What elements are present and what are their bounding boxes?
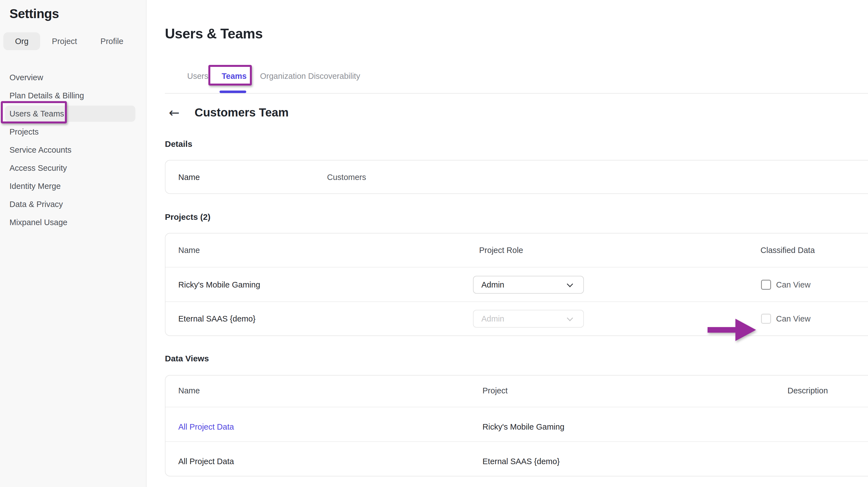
project-role-value: Admin <box>482 314 504 324</box>
data-views-col-name: Name <box>178 386 200 395</box>
details-name-label: Name <box>178 173 200 182</box>
sidebar-item-data-privacy[interactable]: Data & Privacy <box>0 195 147 213</box>
team-title: Customers Team <box>195 106 289 119</box>
tabs-divider <box>165 93 868 94</box>
settings-scope-tabs: Org Project Profile <box>3 32 135 50</box>
annotation-arrow-tail <box>708 327 737 333</box>
data-views-col-project: Project <box>483 386 507 395</box>
project-name: Ricky's Mobile Gaming <box>178 280 260 290</box>
annotation-box-teams-tab <box>208 65 252 86</box>
details-card: Name Customers <box>165 160 868 194</box>
scope-tab-project[interactable]: Project <box>40 32 89 50</box>
can-view-label: Can View <box>776 280 811 290</box>
project-role-select[interactable]: Admin <box>473 276 584 294</box>
sidebar-nav: Overview Plan Details & Billing Users & … <box>0 68 147 232</box>
data-views-table: Name Project Description All Project Dat… <box>165 375 868 477</box>
projects-col-classified-data: Classified Data <box>761 246 815 255</box>
sidebar-item-service-accounts[interactable]: Service Accounts <box>0 141 147 159</box>
chevron-down-icon <box>567 315 573 321</box>
projects-col-project-role: Project Role <box>479 246 523 255</box>
sidebar-item-projects[interactable]: Projects <box>0 123 147 141</box>
scope-tab-org[interactable]: Org <box>3 32 40 50</box>
chevron-down-icon <box>567 281 573 287</box>
can-view-label: Can View <box>776 314 811 324</box>
data-views-col-description: Description <box>787 386 828 395</box>
tab-users[interactable]: Users <box>187 71 208 81</box>
annotation-box-users-teams <box>1 101 67 123</box>
can-view-checkbox[interactable] <box>761 280 771 290</box>
data-views-heading: Data Views <box>165 354 209 363</box>
settings-sidebar: Settings Org Project Profile Overview Pl… <box>0 0 147 487</box>
details-name-value: Customers <box>327 173 366 182</box>
sidebar-item-access-security[interactable]: Access Security <box>0 159 147 177</box>
back-arrow-icon[interactable]: ← <box>169 106 180 119</box>
data-view-project: Ricky's Mobile Gaming <box>483 422 564 431</box>
sidebar-item-identity-merge[interactable]: Identity Merge <box>0 177 147 195</box>
active-tab-indicator <box>219 91 246 93</box>
table-divider <box>165 441 868 442</box>
tab-organization-discoverability[interactable]: Organization Discoverability <box>260 71 360 81</box>
sidebar-title: Settings <box>9 6 59 21</box>
details-heading: Details <box>165 139 192 149</box>
table-divider <box>165 407 868 407</box>
team-header: ← Customers Team <box>169 106 288 119</box>
projects-table: Name Project Role Classified Data Ricky'… <box>165 233 868 336</box>
projects-heading: Projects (2) <box>165 212 210 222</box>
scope-tab-profile[interactable]: Profile <box>89 32 135 50</box>
data-view-name-link[interactable]: All Project Data <box>178 422 234 431</box>
table-divider <box>165 267 868 268</box>
table-divider <box>165 301 868 302</box>
can-view-checkbox-disabled <box>761 314 771 324</box>
project-role-select-disabled: Admin <box>473 310 584 328</box>
sidebar-item-overview[interactable]: Overview <box>0 68 147 87</box>
sidebar-item-mixpanel-usage[interactable]: Mixpanel Usage <box>0 213 147 232</box>
projects-col-name: Name <box>178 246 200 255</box>
data-view-project: Eternal SAAS {demo} <box>483 457 560 466</box>
annotation-arrow-head <box>735 319 756 341</box>
data-view-name: All Project Data <box>178 457 234 466</box>
project-name: Eternal SAAS {demo} <box>178 314 255 324</box>
page-title: Users & Teams <box>165 26 263 42</box>
annotation-arrow <box>708 319 758 341</box>
project-role-value: Admin <box>482 280 504 290</box>
